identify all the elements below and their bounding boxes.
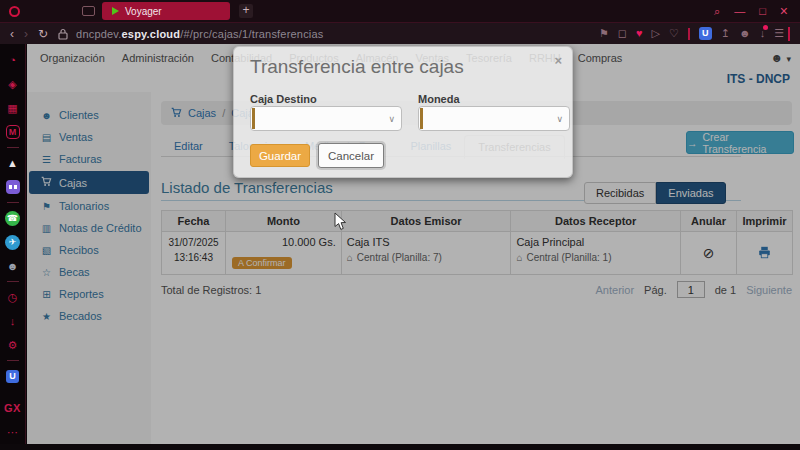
close-button[interactable]: ×	[780, 4, 788, 18]
field-accent-bar	[420, 108, 423, 129]
guardar-button[interactable]: Guardar	[250, 144, 310, 167]
url-field[interactable]: dncpdev.espy.cloud/#/prc/cajas/1/transfe…	[76, 28, 323, 40]
modal-title: Transferencia entre cajas	[250, 56, 464, 78]
player-icon[interactable]: ▷	[651, 28, 659, 39]
ublock-icon[interactable]: U	[6, 370, 19, 383]
address-bar: ‹ › ↻ dncpdev.espy.cloud/#/prc/cajas/1/t…	[0, 22, 800, 44]
url-prefix: dncpdev.	[76, 28, 121, 40]
caja-destino-label: Caja Destino	[250, 93, 317, 105]
divider	[688, 28, 690, 40]
gx-store-icon[interactable]: ◈	[0, 72, 25, 96]
moneda-select[interactable]: ∨	[418, 106, 570, 131]
history-icon[interactable]: ◷	[0, 285, 25, 309]
opera-logo[interactable]	[9, 6, 20, 17]
field-accent-bar	[252, 108, 255, 129]
settings-icon[interactable]: ⚙	[0, 333, 25, 357]
downloads-icon[interactable]: ↓	[0, 309, 25, 333]
menu-icon[interactable]: ☰	[774, 28, 784, 39]
lock-icon	[58, 28, 68, 40]
workspace-icon[interactable]	[82, 6, 95, 16]
back-icon[interactable]: ‹	[10, 28, 14, 40]
reload-icon[interactable]: ↻	[38, 28, 48, 40]
url-domain: espy.cloud	[122, 28, 181, 40]
minimize-button[interactable]: —	[734, 6, 745, 17]
modal-close-icon[interactable]: ×	[554, 53, 562, 68]
tab-title: Voyager	[125, 6, 162, 17]
tab-favicon	[112, 7, 119, 15]
transfer-modal: Transferencia entre cajas × Caja Destino…	[233, 46, 573, 178]
menu-accent	[788, 27, 790, 41]
page-viewport: Organización Administración Contabilidad…	[27, 44, 800, 444]
divider	[7, 281, 19, 282]
chevron-down-icon: ∨	[388, 114, 395, 124]
url-path: /#/prc/cajas/1/transferencias	[180, 28, 323, 40]
discord-icon[interactable]: ☻	[0, 254, 25, 278]
gx-logo: GX	[0, 396, 25, 420]
aria-icon[interactable]: ▲	[0, 151, 25, 175]
share-icon[interactable]: ↥	[721, 28, 730, 39]
download-icon[interactable]: ↓	[760, 28, 766, 39]
gx-cleaner-icon[interactable]: ♥	[636, 28, 643, 39]
moneda-label: Moneda	[418, 93, 460, 105]
chevron-down-icon: ∨	[556, 114, 563, 124]
extension-icon[interactable]: U	[699, 27, 712, 40]
mouse-cursor	[334, 212, 347, 235]
search-icon[interactable]: ⌕	[714, 6, 720, 17]
twitch-icon[interactable]	[6, 180, 20, 194]
divider	[7, 360, 19, 361]
new-tab-button[interactable]: +	[239, 4, 253, 18]
download-badge	[763, 25, 768, 30]
divider	[7, 147, 19, 148]
whatsapp-icon[interactable]: ☎	[5, 211, 20, 226]
forward-icon[interactable]: ›	[24, 28, 28, 40]
telegram-icon[interactable]: ✈	[5, 235, 20, 250]
gx-sidebar: ◔ ◈ ▦ M ▲ ☎ ✈ ☻ ◷ ↓ ⚙ U GX ⋯	[0, 44, 26, 444]
mods-icon[interactable]: ▦	[0, 96, 25, 120]
m-site-icon[interactable]: M	[6, 125, 20, 139]
cancelar-button[interactable]: Cancelar	[318, 143, 384, 168]
caja-destino-select[interactable]: ∨	[250, 106, 402, 131]
speed-dial-icon[interactable]: ◔	[0, 48, 25, 72]
divider	[7, 202, 19, 203]
browser-tab[interactable]: Voyager	[102, 2, 230, 20]
profile-icon[interactable]: ☻	[739, 28, 751, 39]
heart-icon[interactable]: ♡	[669, 28, 679, 39]
maximize-button[interactable]: □	[759, 6, 766, 17]
snapshot-icon[interactable]: ◻	[618, 28, 627, 39]
pin-icon[interactable]: ⚑	[599, 28, 609, 39]
browser-titlebar: Voyager + ⌕ — □ ×	[0, 0, 800, 22]
more-icon[interactable]: ⋯	[0, 420, 25, 444]
